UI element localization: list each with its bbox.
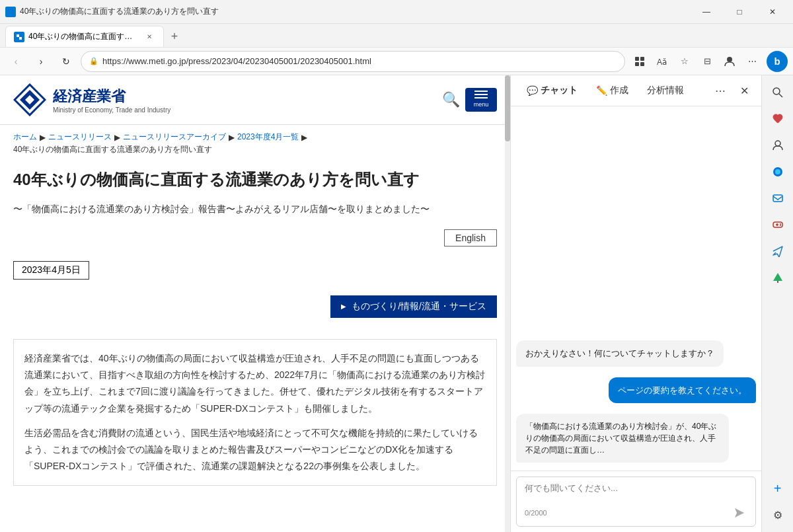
- breadcrumb-month[interactable]: 2023年度4月一覧: [237, 132, 299, 143]
- breadcrumb-news[interactable]: ニュースリリース: [48, 132, 112, 143]
- main-area: 経済産業省 Ministry of Economy, Trade and Ind…: [0, 75, 793, 532]
- meti-header: 経済産業省 Ministry of Economy, Trade and Ind…: [0, 75, 510, 125]
- svg-rect-5: [640, 62, 644, 66]
- breadcrumb-archive[interactable]: ニュースリリースアーカイブ: [123, 132, 226, 143]
- sidebar-search-icon[interactable]: ⊟: [697, 51, 718, 72]
- webpage-inner: 経済産業省 Ministry of Economy, Trade and Ind…: [0, 75, 510, 532]
- close-button[interactable]: ✕: [757, 0, 788, 24]
- active-tab[interactable]: 40年ぶりの物価高に直面する流通業のあり方を問い直す ✕: [5, 26, 164, 47]
- bing-sidebar: 💬 チャット ✏️ 作成 分析情報 ⋯ ✕ おかえりなさい！何についてチャットし…: [510, 75, 761, 532]
- sidebar-actions: ⋯ ✕: [711, 81, 753, 100]
- tree-sidebar-icon[interactable]: [766, 266, 790, 289]
- compose-tab[interactable]: ✏️ 作成: [588, 81, 636, 100]
- copilot-sidebar-icon[interactable]: [766, 160, 790, 184]
- svg-marker-22: [773, 273, 782, 281]
- breadcrumb: ホーム ▶ ニュースリリース ▶ ニュースリリースアーカイブ ▶ 2023年度4…: [0, 125, 510, 162]
- scrollbar-track[interactable]: [505, 75, 510, 532]
- compose-tab-label: 作成: [610, 85, 628, 96]
- meti-logo: 経済産業省 Ministry of Economy, Trade and Ind…: [13, 83, 170, 116]
- tab-bar: 40年ぶりの物価高に直面する流通業のあり方を問い直す ✕ +: [0, 24, 793, 48]
- sidebar-close-button[interactable]: ✕: [735, 81, 753, 100]
- sidebar-search-icon[interactable]: [766, 81, 790, 104]
- window-controls: — □ ✕: [691, 0, 788, 24]
- back-button[interactable]: ‹: [5, 51, 26, 72]
- input-footer: 0/2000: [525, 505, 747, 521]
- chat-input[interactable]: [525, 482, 747, 502]
- article-body: 経済産業省では、40年ぶりの物価高の局面において収益構造が圧迫され、人手不足の問…: [13, 339, 497, 486]
- send-button[interactable]: [732, 505, 747, 521]
- svg-point-13: [775, 141, 780, 146]
- settings-sidebar-icon[interactable]: ⚙: [766, 503, 790, 527]
- toolbar-right: Aǎ ☆ ⊟ ⋯ b: [629, 51, 788, 72]
- maximize-button[interactable]: □: [724, 0, 755, 24]
- svg-rect-0: [17, 34, 19, 37]
- tab-title: 40年ぶりの物価高に直面する流通業のあり方を問い直す: [28, 31, 139, 42]
- english-button[interactable]: English: [444, 229, 497, 247]
- tab-favicon: [14, 32, 24, 42]
- minimize-button[interactable]: —: [691, 0, 722, 24]
- url-text: https://www.meti.go.jp/press/2023/04/202…: [102, 56, 617, 66]
- telegram-sidebar-icon[interactable]: [766, 239, 790, 263]
- category-button[interactable]: ▶ ものづくり/情報/流通・サービス: [330, 295, 497, 318]
- svg-point-11: [773, 88, 780, 95]
- url-box[interactable]: 🔒 https://www.meti.go.jp/press/2023/04/2…: [81, 51, 625, 72]
- insights-tab[interactable]: 分析情報: [639, 81, 692, 100]
- article-subtitle: 〜「物価高における流通業のあり方検討会」報告書〜よみがえるリアル店舗〜を取りまと…: [13, 202, 497, 216]
- chat-tab[interactable]: 💬 チャット: [519, 81, 585, 100]
- svg-point-15: [775, 169, 780, 174]
- more-button[interactable]: ⋯: [741, 51, 763, 72]
- chat-tab-label: チャット: [541, 85, 578, 96]
- meti-logo-text: 経済産業省 Ministry of Economy, Trade and Ind…: [53, 87, 170, 114]
- sidebar-more-button[interactable]: ⋯: [711, 81, 730, 100]
- svg-text:Aǎ: Aǎ: [657, 57, 667, 67]
- svg-line-12: [779, 94, 782, 97]
- svg-rect-3: [640, 57, 644, 61]
- user-message: ページの要約を教えてください。: [609, 377, 756, 404]
- sidebar-header: 💬 チャット ✏️ 作成 分析情報 ⋯ ✕: [511, 75, 761, 106]
- favorites-icon[interactable]: ☆: [674, 51, 695, 72]
- svg-point-7: [727, 57, 732, 62]
- compose-icon: ✏️: [596, 85, 607, 96]
- forward-button[interactable]: ›: [30, 51, 52, 72]
- new-tab-button[interactable]: +: [164, 26, 185, 47]
- add-icon[interactable]: +: [766, 476, 790, 500]
- article: 40年ぶりの物価高に直面する流通業のあり方を問い直す 〜「物価高における流通業の…: [0, 162, 510, 499]
- meti-menu-button[interactable]: menu: [465, 88, 497, 112]
- article-paragraph-1: 経済産業省では、40年ぶりの物価高の局面において収益構造が圧迫され、人手不足の問…: [24, 350, 486, 417]
- svg-rect-23: [777, 281, 778, 283]
- meti-search-button[interactable]: 🔍: [442, 91, 460, 108]
- games-sidebar-icon[interactable]: [766, 213, 790, 237]
- profile-icon[interactable]: [719, 51, 740, 72]
- heart-icon[interactable]: [766, 107, 790, 131]
- scrollbar-thumb[interactable]: [505, 75, 510, 141]
- profile-sidebar-icon[interactable]: [766, 133, 790, 157]
- sidebar-input-box: 0/2000: [516, 476, 756, 527]
- lock-icon: 🔒: [89, 57, 98, 65]
- svg-rect-1: [19, 37, 22, 40]
- svg-rect-4: [635, 62, 639, 66]
- category-arrow-icon: ▶: [341, 303, 346, 310]
- breadcrumb-current: 40年ぶりの物価高に直面する流通業のあり方を問い直す: [13, 144, 212, 155]
- summary-message: 「物価高における流通業のあり方検討会」が、40年ぶりの物価高の局面において収益構…: [516, 414, 729, 463]
- meti-logo-diamond-icon: [13, 83, 46, 116]
- breadcrumb-home[interactable]: ホーム: [13, 132, 37, 143]
- article-title: 40年ぶりの物価高に直面する流通業のあり方を問い直す: [13, 169, 497, 191]
- article-paragraph-2: 生活必需品を含む消費財の流通という、国民生活や地域経済にとって不可欠な機能を持続…: [24, 425, 486, 475]
- menu-label: menu: [474, 101, 489, 108]
- category-label: ものづくり/情報/流通・サービス: [352, 301, 486, 313]
- bing-copilot-icon[interactable]: b: [767, 51, 788, 72]
- assistant-greeting: おかえりなさい！何についてチャットしますか？: [516, 340, 724, 367]
- collections-icon[interactable]: [629, 51, 650, 72]
- svg-point-21: [780, 225, 781, 226]
- hamburger-icon: [474, 91, 488, 98]
- article-date: 2023年4月5日: [13, 261, 89, 280]
- read-aloud-icon[interactable]: Aǎ: [652, 51, 673, 72]
- outlook-sidebar-icon[interactable]: [766, 186, 790, 210]
- address-bar: ‹ › ↻ 🔒 https://www.meti.go.jp/press/202…: [0, 48, 793, 75]
- chat-messages: おかえりなさい！何についてチャットしますか？ ページの要約を教えてください。 「…: [511, 106, 761, 471]
- title-bar: 40年ぶりの物価高に直面する流通業のあり方を問い直す — □ ✕: [0, 0, 793, 24]
- tab-close-button[interactable]: ✕: [143, 31, 155, 43]
- refresh-button[interactable]: ↻: [56, 51, 77, 72]
- meti-header-icons: 🔍 menu: [442, 88, 497, 112]
- webpage-content[interactable]: 経済産業省 Ministry of Economy, Trade and Ind…: [0, 75, 510, 532]
